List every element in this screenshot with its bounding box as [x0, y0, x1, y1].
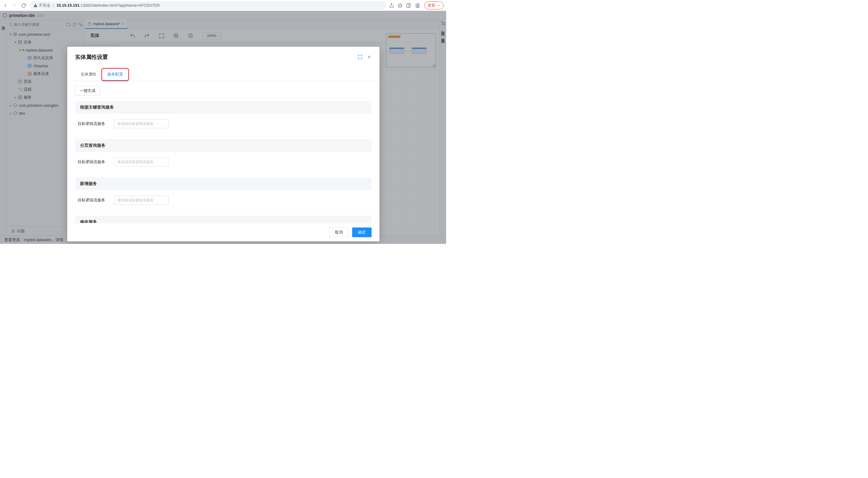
share-icon[interactable]	[389, 3, 394, 8]
label-target-flow: 目标逻辑流服务	[78, 121, 109, 126]
browser-toolbar: 不安全 | 10.15.15.151:13082/ide/index.html?…	[0, 0, 446, 11]
address-bar[interactable]: 不安全 | 10.15.15.151:13082/ide/index.html?…	[30, 1, 386, 10]
svg-point-8	[439, 5, 440, 6]
label-target-flow: 目标逻辑流服务	[78, 159, 109, 165]
section-add: 新增服务	[75, 177, 372, 190]
input-target-flow-add[interactable]	[114, 196, 168, 205]
reload-button[interactable]	[21, 2, 27, 8]
section-update: 修改服务	[75, 216, 372, 223]
modal-title: 实体属性设置	[75, 53, 353, 61]
insecure-badge: 不安全	[33, 3, 51, 8]
svg-point-7	[438, 5, 439, 6]
cancel-button[interactable]: 取消	[329, 228, 348, 237]
section-pk-query: 根据主键查询服务	[75, 101, 372, 114]
generate-button[interactable]: 一键生成	[75, 86, 100, 95]
update-button[interactable]: 更新	[424, 1, 444, 9]
panel-icon[interactable]	[406, 3, 411, 8]
entity-settings-modal: 实体属性设置 实体属性 服务配置 一键生成 根据主键查询服务 目标逻辑流服务 分…	[67, 47, 379, 241]
back-button[interactable]	[2, 2, 8, 8]
star-icon[interactable]	[398, 3, 402, 8]
modal-body: 一键生成 根据主键查询服务 目标逻辑流服务 分页查询服务 目标逻辑流服务 新增服…	[67, 81, 379, 223]
section-paging-query: 分页查询服务	[75, 139, 372, 152]
close-icon[interactable]	[367, 55, 372, 59]
input-target-flow-paging[interactable]	[114, 157, 168, 167]
svg-point-5	[417, 4, 419, 6]
profile-icon[interactable]	[414, 2, 421, 8]
tab-service-config[interactable]: 服务配置	[102, 68, 128, 81]
svg-rect-2	[407, 4, 410, 7]
insecure-text: 不安全	[39, 3, 51, 8]
url-text: 10.15.15.151:13082/ide/index.html?appNam…	[56, 3, 160, 7]
ok-button[interactable]: 确定	[352, 228, 372, 237]
forward-button[interactable]	[11, 2, 18, 8]
modal-tabs: 实体属性 服务配置	[67, 68, 379, 81]
input-target-flow-pk[interactable]	[114, 119, 168, 128]
tab-entity-attrs[interactable]: 实体属性	[75, 68, 102, 81]
modal-footer: 取消 确定	[67, 223, 379, 241]
label-target-flow: 目标逻辑流服务	[78, 198, 109, 203]
svg-point-6	[437, 5, 438, 6]
svg-marker-1	[398, 3, 402, 7]
expand-icon[interactable]	[358, 55, 363, 59]
